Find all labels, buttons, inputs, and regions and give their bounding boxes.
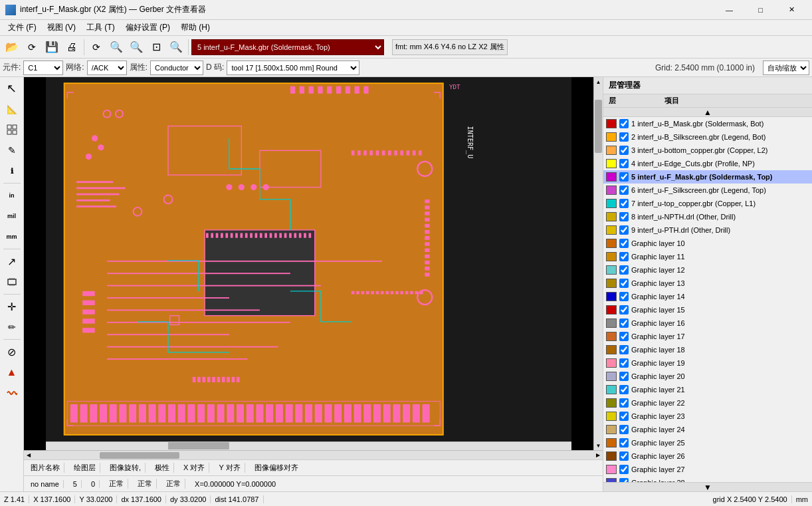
layer-check-14[interactable]: [619, 292, 629, 301]
zoom-fit-button[interactable]: ⊡: [147, 38, 165, 57]
layer-item-19[interactable]: Graphic layer 19: [603, 356, 812, 370]
layer-item-21[interactable]: Graphic layer 21: [603, 383, 812, 396]
select2-tool-button[interactable]: ↗: [2, 251, 22, 271]
layer-check-16[interactable]: [619, 318, 629, 328]
layer-item-23[interactable]: Graphic layer 23: [603, 410, 812, 423]
layer-item-15[interactable]: Graphic layer 15: [603, 303, 812, 316]
hscroll-track[interactable]: [33, 451, 593, 459]
scroll-thumb[interactable]: [595, 100, 602, 153]
zoom-select-button[interactable]: 🔍: [167, 38, 185, 57]
reload-button[interactable]: ⟳: [23, 38, 41, 57]
layer-check-1[interactable]: [619, 119, 629, 128]
save-button[interactable]: 💾: [43, 38, 61, 57]
mm-tool-button[interactable]: mm: [2, 227, 22, 247]
layer-item-22[interactable]: Graphic layer 22: [603, 396, 812, 410]
layer-item-18[interactable]: Graphic layer 18: [603, 343, 812, 356]
layer-check-26[interactable]: [619, 451, 629, 461]
layer-check-27[interactable]: [619, 465, 629, 474]
open-button[interactable]: 📂: [3, 38, 21, 57]
print-button[interactable]: 🖨: [62, 38, 81, 57]
layer-check-20[interactable]: [619, 372, 629, 381]
layer-item-3[interactable]: 3 interf_u-bottom_copper.gbr (Copper, L2…: [603, 144, 812, 157]
layer-check-3[interactable]: [619, 146, 629, 155]
layer-check-7[interactable]: [619, 199, 629, 208]
layer-scroll-up[interactable]: ▲: [603, 108, 812, 117]
edit-tool-button[interactable]: ✎: [2, 140, 22, 160]
net-select[interactable]: /ACK: [87, 61, 127, 75]
scroll-up-btn[interactable]: ▲: [594, 77, 603, 86]
file-select[interactable]: 5 interf_u-F_Mask.gbr (Soldermask, Top): [191, 39, 384, 55]
menu-file[interactable]: 文件 (F): [3, 21, 42, 35]
layer-check-8[interactable]: [619, 212, 629, 221]
layer-item-10[interactable]: Graphic layer 10: [603, 237, 812, 250]
layer-check-15[interactable]: [619, 305, 629, 315]
layer-check-17[interactable]: [619, 332, 629, 341]
hscroll-right-btn[interactable]: ▶: [593, 451, 603, 460]
pcb-canvas[interactable]: INTERF_U YDT: [24, 77, 593, 450]
layer-check-6[interactable]: [619, 186, 629, 195]
layer-check-9[interactable]: [619, 225, 629, 235]
layer-check-11[interactable]: [619, 252, 629, 261]
layer-check-13[interactable]: [619, 279, 629, 288]
layer-check-12[interactable]: [619, 265, 629, 275]
fill-tool-button[interactable]: ▲: [2, 362, 22, 382]
layer-item-17[interactable]: Graphic layer 17: [603, 330, 812, 343]
info-tool-button[interactable]: ℹ: [2, 161, 22, 181]
layer-check-2[interactable]: [619, 132, 629, 142]
layer-scroll-down[interactable]: ▼: [603, 482, 812, 491]
layer-check-18[interactable]: [619, 345, 629, 354]
minimize-button[interactable]: —: [714, 0, 744, 20]
menu-tools[interactable]: 工具 (T): [81, 21, 120, 35]
mil-tool-button[interactable]: mil: [2, 206, 22, 226]
menu-view[interactable]: 视图 (V): [42, 21, 81, 35]
layer-item-24[interactable]: Graphic layer 24: [603, 423, 812, 436]
zoom-select[interactable]: 自动缩放: [763, 61, 809, 75]
layer-check-10[interactable]: [619, 239, 629, 248]
wave-tool-button[interactable]: [2, 383, 22, 403]
cursor-tool-button[interactable]: ↖: [2, 78, 22, 98]
attr-select[interactable]: Conductor: [150, 61, 203, 75]
layer-check-22[interactable]: [619, 398, 629, 408]
layer-item-27[interactable]: Graphic layer 27: [603, 463, 812, 476]
layer-item-20[interactable]: Graphic layer 20: [603, 370, 812, 383]
measure-tool-button[interactable]: 📐: [2, 99, 22, 119]
layer-check-4[interactable]: [619, 159, 629, 168]
layer-item-2[interactable]: 2 interf_u-B_Silkscreen.gbr (Legend, Bot…: [603, 130, 812, 144]
scroll-down-btn[interactable]: ▼: [594, 441, 603, 450]
layer-item-8[interactable]: 8 interf_u-NPTH.drl (Other, Drill): [603, 210, 812, 223]
layer-item-1[interactable]: 1 interf_u-B_Mask.gbr (Soldermask, Bot): [603, 117, 812, 130]
layer-item-14[interactable]: Graphic layer 14: [603, 290, 812, 303]
layer-item-25[interactable]: Graphic layer 25: [603, 436, 812, 449]
canvas-vscroll[interactable]: ▲ ▼: [593, 77, 603, 450]
layer-check-21[interactable]: [619, 385, 629, 394]
layer-check-19[interactable]: [619, 358, 629, 368]
canvas-hscroll[interactable]: ◀ ▶: [24, 450, 603, 459]
no-tool-button[interactable]: ⊘: [2, 342, 22, 362]
layer-item-26[interactable]: Graphic layer 26: [603, 449, 812, 463]
component-tool-button[interactable]: [2, 272, 22, 292]
layer-check-5[interactable]: [619, 172, 629, 182]
zoom-out-button[interactable]: 🔍-: [127, 38, 146, 57]
hscroll-left-btn[interactable]: ◀: [24, 451, 33, 460]
layer-check-24[interactable]: [619, 425, 629, 434]
layer-item-5[interactable]: 5 interf_u-F_Mask.gbr (Soldermask, Top): [603, 170, 812, 184]
menu-prefs[interactable]: 偏好设置 (P): [120, 21, 175, 35]
layer-item-16[interactable]: Graphic layer 16: [603, 316, 812, 330]
grid-tool-button[interactable]: [2, 120, 22, 140]
layer-item-9[interactable]: 9 interf_u-PTH.drl (Other, Drill): [603, 223, 812, 237]
layer-item-6[interactable]: 6 interf_u-F_Silkscreen.gbr (Legend, Top…: [603, 184, 812, 197]
dcode-select[interactable]: tool 17 [1.500x1.500 mm] Round: [227, 61, 359, 75]
layer-item-13[interactable]: Graphic layer 13: [603, 277, 812, 290]
layer-item-7[interactable]: 7 interf_u-top_copper.gbr (Copper, L1): [603, 197, 812, 210]
layer-item-28[interactable]: Graphic layer 28: [603, 476, 812, 482]
layer-check-25[interactable]: [619, 438, 629, 447]
layer-item-4[interactable]: 4 interf_u-Edge_Cuts.gbr (Profile, NP): [603, 157, 812, 170]
menu-help[interactable]: 帮助 (H): [175, 21, 215, 35]
refresh-button[interactable]: ⟳: [87, 38, 106, 57]
layer-item-11[interactable]: Graphic layer 11: [603, 250, 812, 263]
hscroll-thumb[interactable]: [100, 452, 179, 459]
component-select[interactable]: C1: [23, 61, 63, 75]
inch-tool-button[interactable]: in: [2, 186, 22, 205]
layer-check-23[interactable]: [619, 412, 629, 421]
draw-tool-button[interactable]: ✏: [2, 317, 22, 337]
